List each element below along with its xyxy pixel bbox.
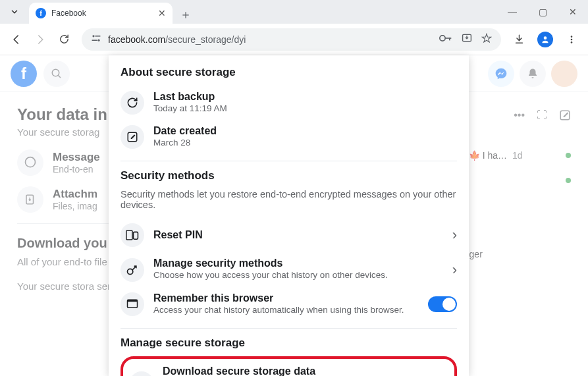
compose-icon [559, 109, 571, 124]
svg-point-0 [92, 35, 94, 37]
close-window-button[interactable]: ✕ [558, 0, 588, 24]
manage-storage-title: Manage secure storage [120, 336, 457, 350]
search-icon [43, 61, 70, 87]
new-tab-button[interactable]: ＋ [176, 5, 195, 24]
svg-rect-3 [92, 40, 97, 41]
tab-title: Facebook [51, 9, 153, 18]
browser-titlebar: f Facebook ✕ ＋ — ▢ ✕ [0, 0, 588, 24]
remember-browser-row: Remember this browser Access your chat h… [120, 287, 457, 321]
remember-browser-toggle[interactable] [428, 296, 457, 312]
svg-rect-15 [560, 111, 570, 120]
svg-point-11 [571, 41, 573, 43]
reload-button[interactable] [53, 28, 75, 51]
reset-pin-button[interactable]: Reset PIN › [120, 218, 457, 252]
svg-point-13 [26, 157, 36, 167]
tab-search-dropdown[interactable] [0, 0, 29, 24]
url-text: facebook.com/secure_storage/dyi [108, 34, 246, 45]
contact-row: op [459, 175, 571, 186]
more-icon: ••• [514, 109, 525, 124]
svg-rect-6 [449, 38, 450, 40]
key-icon [120, 258, 144, 282]
highlight-annotation: Download secure storage data Download al… [120, 356, 457, 376]
install-app-icon[interactable] [462, 33, 472, 46]
svg-rect-21 [128, 300, 138, 302]
download-icon [130, 371, 153, 376]
browser-tab[interactable]: f Facebook ✕ [29, 3, 173, 24]
bookmark-icon[interactable] [481, 33, 492, 46]
svg-point-2 [97, 40, 99, 41]
date-created-row: Date created March 28 [120, 120, 457, 154]
download-storage-button[interactable]: Download secure storage data Download al… [130, 364, 448, 376]
contact-row: ia 🍁 I ha…1d [459, 150, 571, 161]
avatar [551, 61, 577, 87]
close-icon[interactable]: ✕ [158, 8, 166, 18]
browser-menu-button[interactable] [560, 28, 583, 51]
maximize-button[interactable]: ▢ [527, 0, 558, 24]
contact-row: enger [459, 249, 571, 259]
facebook-favicon: f [36, 8, 46, 18]
back-button[interactable] [5, 28, 28, 51]
svg-point-9 [571, 36, 573, 38]
last-backup-row: Last backup Today at 11:19 AM [120, 86, 457, 120]
forward-button[interactable] [29, 28, 51, 51]
devices-icon [120, 223, 144, 247]
messages-icon [17, 149, 43, 176]
svg-rect-1 [95, 36, 100, 37]
site-settings-icon[interactable] [91, 34, 101, 45]
password-key-icon[interactable] [439, 33, 452, 46]
contact-row: ed [459, 212, 571, 223]
browser-toolbar: facebook.com/secure_storage/dyi [0, 24, 588, 55]
profile-button[interactable] [534, 28, 556, 51]
expand-icon: ⛶ [537, 109, 547, 124]
browser-icon [120, 292, 144, 316]
refresh-icon [120, 91, 144, 115]
security-section-desc: Security methods let you restore end-to-… [120, 189, 457, 210]
attachments-icon [17, 186, 43, 213]
chevron-right-icon: › [452, 261, 457, 279]
svg-point-12 [52, 69, 59, 76]
downloads-button[interactable] [508, 28, 530, 51]
facebook-logo: f [11, 61, 37, 87]
notifications-icon [520, 61, 546, 87]
svg-rect-18 [134, 232, 138, 240]
edit-icon [120, 125, 144, 149]
svg-point-8 [544, 36, 547, 40]
about-section-title: About secure storage [120, 66, 457, 79]
svg-rect-17 [126, 231, 132, 240]
chevron-right-icon: › [452, 227, 457, 244]
secure-storage-panel: About secure storage Last backup Today a… [109, 55, 469, 376]
svg-point-4 [440, 35, 445, 40]
messenger-icon [488, 61, 514, 87]
window-controls: — ▢ ✕ [497, 0, 588, 24]
svg-rect-5 [445, 38, 451, 39]
minimize-button[interactable]: — [497, 0, 527, 24]
svg-point-10 [571, 38, 573, 40]
manage-security-button[interactable]: Manage security methods Choose how you a… [120, 252, 457, 286]
security-section-title: Security methods [120, 169, 457, 182]
address-bar[interactable]: facebook.com/secure_storage/dyi [82, 28, 501, 51]
svg-rect-14 [26, 195, 34, 204]
